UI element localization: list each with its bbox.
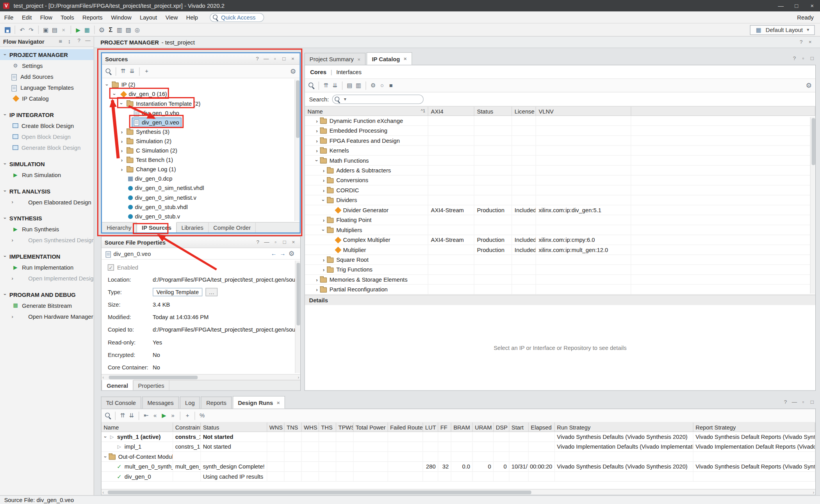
menu-tools[interactable]: Tools — [57, 11, 78, 23]
ellipsis-button[interactable]: … — [206, 288, 218, 296]
float-icon[interactable]: ▫ — [800, 55, 807, 62]
catalog-row[interactable]: ›Trig Functions — [305, 265, 815, 275]
vertical-scrollbar[interactable] — [295, 261, 300, 373]
close-icon[interactable]: × — [357, 56, 360, 62]
tree-node[interactable]: div_gen_0.veo — [132, 118, 181, 127]
play-icon[interactable]: ▶ — [159, 411, 168, 420]
tree-item[interactable]: ›C Simulation (2) — [102, 146, 299, 155]
copy-icon[interactable]: ▣ — [41, 25, 50, 34]
minimize-icon[interactable]: — — [262, 55, 270, 62]
expand-all-icon[interactable]: ⇊ — [330, 81, 339, 90]
horizontal-scrollbar[interactable]: ‹ › — [102, 489, 815, 495]
chevron-right-icon[interactable]: › — [321, 217, 327, 223]
tree-item[interactable]: ›div_gen_0 (16) — [102, 89, 299, 99]
tree-item[interactable]: div_gen_0.vho — [102, 108, 299, 117]
catalog-row[interactable]: ›Conversions — [305, 176, 815, 185]
runs-row[interactable]: ▷impl_1constrs_1Not startedVivado Implem… — [102, 442, 815, 452]
chevron-right-icon[interactable]: › — [314, 147, 320, 153]
close-icon[interactable]: × — [806, 38, 814, 46]
expand-icon[interactable]: ↕ — [65, 37, 74, 46]
tab-reports[interactable]: Reports — [201, 397, 232, 409]
chevron-down-icon[interactable]: › — [104, 82, 110, 88]
flownav-header-ip-integrator[interactable]: ›IP INTEGRATOR — [0, 109, 94, 120]
help-icon[interactable]: ? — [791, 55, 798, 62]
chevron-right-icon[interactable]: › — [119, 138, 125, 144]
scrollbar-thumb[interactable] — [811, 118, 815, 165]
flownav-item-open-hardware-manager[interactable]: ›Open Hardware Manager — [0, 311, 94, 322]
runs-column-constraints[interactable]: Constraints — [173, 422, 201, 431]
chevron-down-icon[interactable]: › — [321, 197, 327, 203]
settings-icon[interactable]: ⚙ — [804, 81, 813, 90]
flownav-header-synthesis[interactable]: ›SYNTHESIS — [0, 213, 94, 224]
tab-project-summary[interactable]: Project Summary× — [304, 53, 365, 65]
flownav-item-run-simulation[interactable]: ▶Run Simulation — [0, 169, 94, 180]
tree-node[interactable]: C Simulation (2) — [125, 146, 179, 155]
chevron-right-icon[interactable]: › — [11, 314, 16, 319]
scrollbar-thumb[interactable] — [296, 263, 300, 326]
runs-column-status[interactable]: Status — [201, 422, 267, 431]
nextnav-icon[interactable]: → — [278, 249, 287, 258]
menu-edit[interactable]: Edit — [18, 11, 36, 23]
tree-item[interactable]: ›Test Bench (1) — [102, 155, 299, 165]
catalog-row[interactable]: ›Embedded Processing — [305, 126, 815, 136]
catalog-row[interactable]: ›Dividers — [305, 195, 815, 205]
flownav-header-implementation[interactable]: ›IMPLEMENTATION — [0, 251, 94, 262]
scroll-left-icon[interactable]: ‹ — [102, 490, 104, 495]
scrollbar-thumb[interactable] — [296, 80, 299, 138]
disable-icon[interactable]: ○ — [378, 81, 387, 90]
prop-value-dropdown[interactable]: Verilog Template — [153, 288, 202, 296]
menu-help[interactable]: Help — [182, 11, 202, 23]
search-icon[interactable] — [104, 67, 113, 76]
runs-column-total-power[interactable]: Total Power — [353, 422, 388, 431]
chevron-right-icon[interactable]: › — [119, 147, 125, 153]
chevron-right-icon[interactable]: › — [314, 138, 320, 144]
delete-icon[interactable]: × — [59, 25, 68, 34]
help-icon[interactable]: ? — [254, 55, 261, 62]
runs-column-ths[interactable]: THS — [319, 422, 336, 431]
paste-icon[interactable]: ▤ — [50, 25, 59, 34]
runs-row[interactable]: ✓div_gen_0Using cached IP results — [102, 472, 815, 481]
float-icon[interactable]: ▫ — [800, 399, 807, 406]
chevron-down-icon[interactable]: › — [119, 100, 125, 106]
tree-node[interactable]: Synthesis (3) — [125, 127, 171, 136]
tree-node[interactable]: div_gen_0_stub.vhdl — [125, 202, 189, 211]
chevron-down-icon[interactable]: › — [2, 51, 8, 58]
vertical-scrollbar[interactable] — [810, 117, 815, 294]
chevron-right-icon[interactable]: › — [11, 275, 16, 281]
chevron-down-icon[interactable]: › — [2, 253, 8, 259]
maximize-icon[interactable]: □ — [280, 55, 288, 62]
runs-column-failed-routes[interactable]: Failed Routes — [388, 422, 423, 431]
tree-item[interactable]: div_gen_0.veo — [102, 117, 299, 127]
compact-icon[interactable]: ▥ — [354, 81, 363, 90]
flownav-item-generate-block-design[interactable]: Generate Block Design — [0, 142, 94, 153]
runs-row[interactable]: ›Out-of-Context Module Runs — [102, 452, 815, 461]
runs-column-uram[interactable]: URAM — [473, 422, 494, 431]
hierarchy-icon[interactable]: ▤ — [345, 81, 354, 90]
catalog-row[interactable]: ›Memories & Storage Elements — [305, 275, 815, 284]
search-icon[interactable] — [307, 81, 316, 90]
collapse-all-icon[interactable]: ⇈ — [322, 81, 331, 90]
chevron-right-icon[interactable]: › — [321, 257, 327, 263]
flownav-item-run-synthesis[interactable]: ▶Run Synthesis — [0, 224, 94, 234]
menu-view[interactable]: View — [161, 11, 182, 23]
menu-layout[interactable]: Layout — [135, 11, 161, 23]
settings-icon[interactable]: ⚙ — [289, 67, 298, 76]
tab-design-runs[interactable]: Design Runs× — [233, 396, 285, 408]
column-header-status[interactable]: Status — [474, 106, 512, 115]
catalog-row[interactable]: ›Partial Reconfiguration — [305, 285, 815, 295]
edit-icon[interactable]: ▨ — [124, 25, 133, 34]
tree-node[interactable]: IP (2) — [111, 80, 137, 89]
tab-ip-catalog[interactable]: IP Catalog× — [367, 52, 412, 65]
next-icon[interactable]: » — [168, 411, 177, 420]
close-icon[interactable]: × — [277, 400, 280, 406]
tree-node[interactable]: div_gen_0.dcp — [125, 174, 174, 183]
catalog-row[interactable]: ›Dynamic Function eXchange — [305, 116, 815, 126]
tree-node[interactable]: Instantiation Template (2) — [125, 99, 202, 108]
flownav-item-create-block-design[interactable]: Create Block Design — [0, 120, 94, 131]
tab-messages[interactable]: Messages — [142, 397, 179, 409]
runs-row[interactable]: ›▷synth_1 (active)constrs_1Not startedVi… — [102, 432, 815, 442]
runs-column-elapsed[interactable]: Elapsed — [529, 422, 555, 431]
maximize-icon[interactable]: □ — [281, 238, 288, 246]
vertical-scrollbar[interactable] — [294, 80, 299, 221]
column-header-vlnv[interactable]: VLNV — [536, 106, 631, 115]
